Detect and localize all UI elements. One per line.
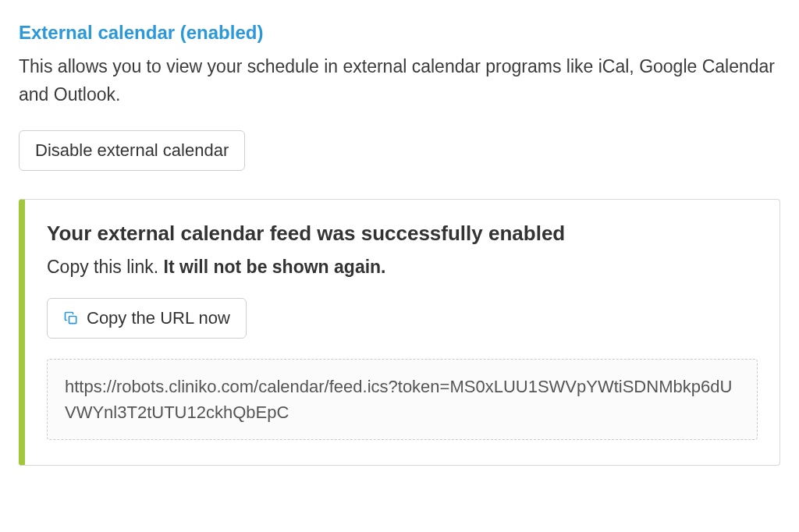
copy-button-label: Copy the URL now (87, 308, 230, 328)
calendar-feed-url[interactable]: https://robots.cliniko.com/calendar/feed… (47, 359, 758, 440)
svg-rect-0 (69, 317, 76, 324)
notice-subline: Copy this link. It will not be shown aga… (47, 257, 758, 278)
notice-title: Your external calendar feed was successf… (47, 222, 758, 246)
notice-subline-plain: Copy this link. (47, 257, 164, 277)
section-description: This allows you to view your schedule in… (19, 53, 780, 108)
success-notice: Your external calendar feed was successf… (19, 199, 780, 466)
copy-icon (63, 310, 79, 326)
copy-url-button[interactable]: Copy the URL now (47, 298, 247, 339)
disable-button-label: Disable external calendar (35, 140, 229, 161)
disable-external-calendar-button[interactable]: Disable external calendar (19, 130, 245, 171)
notice-subline-bold: It will not be shown again. (164, 257, 386, 277)
section-heading: External calendar (enabled) (19, 22, 780, 44)
